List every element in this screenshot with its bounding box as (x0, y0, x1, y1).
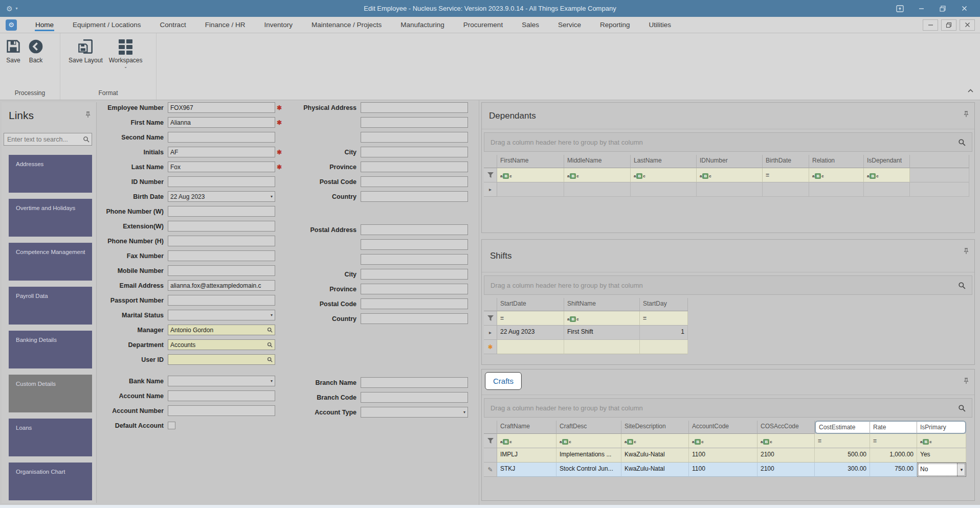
column-header-craftname[interactable]: CraftName (497, 421, 556, 434)
dependants-group-drop-zone[interactable]: Drag a column header here to group by th… (484, 132, 972, 152)
column-header-startday[interactable]: StartDay (640, 298, 688, 311)
phone-number-h-field[interactable] (168, 236, 275, 246)
column-header-lastname[interactable]: LastName (631, 155, 697, 168)
branch-code-field[interactable] (361, 392, 468, 403)
filter-cell-accountcode[interactable]: aBc (689, 434, 758, 448)
filter-cell-cosacccode[interactable]: aBc (758, 434, 815, 448)
fax-number-field[interactable] (168, 250, 275, 261)
document-close-button[interactable] (960, 19, 975, 31)
postal-country-field[interactable] (361, 313, 468, 324)
cell-birthdate[interactable] (763, 182, 809, 197)
table-row[interactable]: ✎STKJStock Control Jun...KwaZulu-Natal11… (484, 463, 972, 477)
column-header-relation[interactable]: Relation (809, 155, 864, 168)
tab-sales[interactable]: Sales (522, 17, 539, 33)
filter-cell-relation[interactable]: aBc (809, 168, 864, 182)
column-header-idnumber[interactable]: IDNumber (697, 155, 763, 168)
table-row[interactable]: ▸22 Aug 2023First Shift1 (484, 326, 972, 340)
shifts-group-drop-zone[interactable]: Drag a column header here to group by th… (484, 275, 972, 295)
filter-cell-isdependant[interactable]: aBc (864, 168, 910, 182)
tab-maintenance-projects[interactable]: Maintenance / Projects (311, 17, 382, 33)
manager-field[interactable]: Antonio Gordon (168, 325, 275, 335)
sidebar-item-organisation-chart[interactable]: Organisation Chart (9, 463, 92, 500)
postal-province-field[interactable] (361, 284, 468, 294)
table-row[interactable]: IMPLJImplementations ...KwaZulu-Natal110… (484, 448, 972, 463)
new-row-cell-startday[interactable] (640, 340, 688, 354)
cell-craftdesc[interactable]: Implementations ... (556, 448, 621, 463)
filter-cell-sitedescription[interactable]: aBc (621, 434, 689, 448)
filter-cell-shiftname[interactable]: aBc (564, 311, 640, 326)
filter-cell-rate[interactable]: = (870, 434, 917, 448)
form-panel-splitter[interactable] (479, 100, 479, 505)
cell-isprimary[interactable]: Yes (917, 448, 966, 463)
physical-province-field[interactable] (361, 161, 468, 172)
column-header-isprimary[interactable]: IsPrimary (917, 421, 966, 434)
cell-blank[interactable] (910, 182, 969, 197)
account-number-field[interactable] (168, 405, 275, 416)
filter-cell-costestimate[interactable]: = (815, 434, 870, 448)
filter-cell-middlename[interactable]: aBc (564, 168, 631, 182)
initials-field[interactable]: AF (168, 147, 275, 157)
filter-cell-blank[interactable] (910, 168, 969, 182)
physical-postal-code-field[interactable] (361, 176, 468, 187)
column-header-rate[interactable]: Rate (870, 421, 917, 434)
bottom-scrollbar-strip[interactable] (0, 505, 980, 508)
cell-rate[interactable]: 750.00 (870, 463, 917, 477)
default-account-checkbox[interactable] (168, 422, 175, 429)
search-icon[interactable] (958, 282, 966, 289)
postal-address-2-field[interactable] (361, 239, 468, 250)
physical-address-3-field[interactable] (361, 132, 468, 143)
physical-country-field[interactable] (361, 191, 468, 202)
pin-icon[interactable] (963, 248, 969, 256)
department-field[interactable]: Accounts (168, 339, 275, 350)
titlebar-dropdown-caret-icon[interactable]: ▾ (16, 6, 18, 11)
phone-number-w-field[interactable] (168, 206, 275, 217)
tab-home[interactable]: Home (35, 17, 54, 33)
new-row-cell-shiftname[interactable] (564, 340, 640, 354)
titlebar-minimize-button[interactable] (912, 3, 930, 15)
cell-relation[interactable] (809, 182, 864, 197)
id-number-field[interactable] (168, 176, 275, 187)
cell-cosacccode[interactable]: 2100 (758, 463, 815, 477)
back-button[interactable]: Back (25, 37, 47, 65)
ribbon-display-options-button[interactable] (891, 3, 908, 15)
tab-service[interactable]: Service (558, 17, 581, 33)
cell-lastname[interactable] (631, 182, 697, 197)
table-row[interactable]: ▸ (484, 182, 972, 197)
tab-finance-hr[interactable]: Finance / HR (205, 17, 246, 33)
physical-address-2-field[interactable] (361, 117, 468, 128)
workspaces-button[interactable]: Workspaces ⌄ (106, 37, 146, 68)
physical-address-1-field[interactable] (361, 102, 468, 113)
first-name-field[interactable]: Alianna (168, 117, 275, 128)
cell-craftname[interactable]: STKJ (497, 463, 556, 477)
cell-idnumber[interactable] (697, 182, 763, 197)
filter-cell-craftdesc[interactable]: aBc (556, 434, 621, 448)
tab-procurement[interactable]: Procurement (463, 17, 503, 33)
postal-address-1-field[interactable] (361, 224, 468, 235)
search-icon[interactable] (958, 138, 966, 146)
column-header-isdependant[interactable]: IsDependant (864, 155, 910, 168)
last-name-field[interactable]: Fox (168, 161, 275, 172)
tab-contract[interactable]: Contract (160, 17, 186, 33)
cell-editor-value[interactable]: No (918, 463, 957, 476)
tab-utilities[interactable]: Utilities (649, 17, 671, 33)
search-icon[interactable] (958, 404, 966, 412)
cell-isdependant[interactable] (864, 182, 910, 197)
tab-inventory[interactable]: Inventory (264, 17, 293, 33)
cell-isprimary[interactable]: No▼ (917, 463, 966, 477)
column-header-sitedescription[interactable]: SiteDescription (621, 421, 689, 434)
second-name-field[interactable] (168, 132, 275, 143)
user-id-field[interactable] (168, 354, 275, 365)
cell-craftdesc[interactable]: Stock Control Jun... (556, 463, 621, 477)
cell-sitedescription[interactable]: KwaZulu-Natal (621, 463, 689, 477)
account-type-field[interactable]: ▾ (361, 407, 468, 418)
pin-icon[interactable] (963, 378, 969, 386)
crafts-panel-title[interactable]: Crafts (485, 372, 522, 390)
cell-costestimate[interactable]: 300.00 (815, 463, 870, 477)
document-minimize-button[interactable] (923, 19, 938, 31)
tab-manufacturing[interactable]: Manufacturing (400, 17, 444, 33)
column-header-costestimate[interactable]: CostEstimate (815, 421, 870, 434)
cell-startdate[interactable]: 22 Aug 2023 (497, 326, 564, 340)
cell-middlename[interactable] (564, 182, 631, 197)
filter-cell-birthdate[interactable]: = (763, 168, 809, 182)
cell-editor-dropdown-button[interactable]: ▼ (957, 463, 966, 476)
